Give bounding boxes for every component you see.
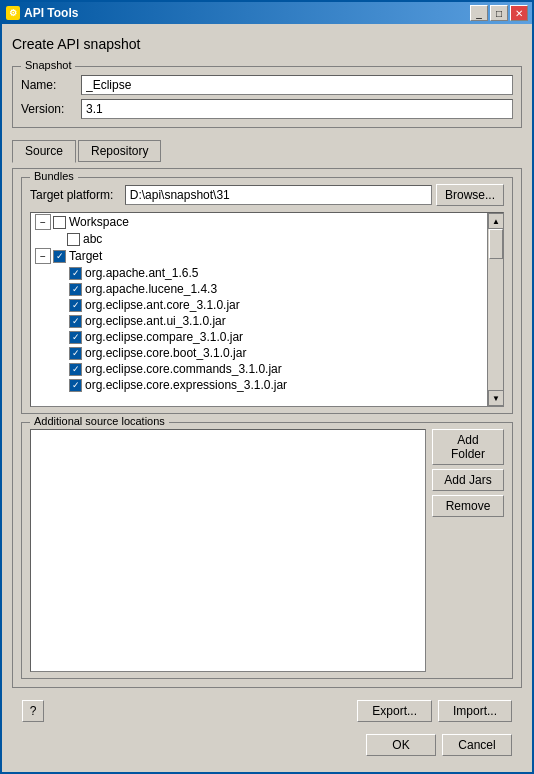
tree-checkbox-compare[interactable]: ✓ (69, 331, 82, 344)
tree-item-coreboot[interactable]: ✓ org.eclipse.core.boot_3.1.0.jar (67, 345, 487, 361)
scroll-track (488, 229, 503, 390)
tree-checkbox-corecommands[interactable]: ✓ (69, 363, 82, 376)
main-content: Create API snapshot Snapshot Name: Versi… (2, 24, 532, 772)
tree-label-ant165: org.apache.ant_1.6.5 (85, 266, 198, 280)
tree-expand-workspace[interactable]: − (35, 214, 51, 230)
bundles-label: Bundles (30, 170, 78, 182)
main-window: ⚙ API Tools _ □ ✕ Create API snapshot Sn… (0, 0, 534, 774)
version-label: Version: (21, 102, 81, 116)
tree-expand-target[interactable]: − (35, 248, 51, 264)
title-bar: ⚙ API Tools _ □ ✕ (2, 2, 532, 24)
cancel-button[interactable]: Cancel (442, 734, 512, 756)
scroll-down-arrow[interactable]: ▼ (488, 390, 504, 406)
scroll-thumb[interactable] (489, 229, 503, 259)
name-row: Name: (21, 75, 513, 95)
tree-label-lucene: org.apache.lucene_1.4.3 (85, 282, 217, 296)
export-import-buttons: Export... Import... (357, 700, 512, 722)
title-bar-text: ⚙ API Tools (6, 6, 78, 20)
tree-checkbox-coreexpressions[interactable]: ✓ (69, 379, 82, 392)
page-title: Create API snapshot (12, 32, 522, 60)
tree-label-antcore: org.eclipse.ant.core_3.1.0.jar (85, 298, 240, 312)
scroll-up-arrow[interactable]: ▲ (488, 213, 504, 229)
export-button[interactable]: Export... (357, 700, 432, 722)
tree-item-antcore[interactable]: ✓ org.eclipse.ant.core_3.1.0.jar (67, 297, 487, 313)
browse-button[interactable]: Browse... (436, 184, 504, 206)
tree-checkbox-ant165[interactable]: ✓ (69, 267, 82, 280)
platform-row: Target platform: Browse... (30, 184, 504, 206)
tree-label-antui: org.eclipse.ant.ui_3.1.0.jar (85, 314, 226, 328)
tree-label-compare: org.eclipse.compare_3.1.0.jar (85, 330, 243, 344)
maximize-button[interactable]: □ (490, 5, 508, 21)
tab-repository[interactable]: Repository (78, 140, 161, 162)
tree-checkbox-lucene[interactable]: ✓ (69, 283, 82, 296)
tree-label-corecommands: org.eclipse.core.commands_3.1.0.jar (85, 362, 282, 376)
add-jars-button[interactable]: Add Jars (432, 469, 504, 491)
help-button[interactable]: ? (22, 700, 44, 722)
platform-label: Target platform: (30, 188, 113, 202)
tree-item-workspace[interactable]: − Workspace (35, 213, 487, 231)
tree-container[interactable]: − Workspace abc − ✓ (30, 212, 504, 407)
tree-item-antui[interactable]: ✓ org.eclipse.ant.ui_3.1.0.jar (67, 313, 487, 329)
tree-checkbox-abc[interactable] (67, 233, 80, 246)
tab-panel-source: Bundles Target platform: Browse... − Wo (12, 168, 522, 688)
tree-label-coreboot: org.eclipse.core.boot_3.1.0.jar (85, 346, 246, 360)
tab-source[interactable]: Source (12, 140, 76, 163)
add-folder-button[interactable]: Add Folder (432, 429, 504, 465)
import-button[interactable]: Import... (438, 700, 512, 722)
version-input[interactable] (81, 99, 513, 119)
additional-group: Additional source locations Add Folder A… (21, 422, 513, 679)
minimize-button[interactable]: _ (470, 5, 488, 21)
snapshot-group-label: Snapshot (21, 59, 75, 71)
title-bar-controls: _ □ ✕ (470, 5, 528, 21)
tree-checkbox-antcore[interactable]: ✓ (69, 299, 82, 312)
tree-label-coreexpressions: org.eclipse.core.expressions_3.1.0.jar (85, 378, 287, 392)
tree-item-lucene[interactable]: ✓ org.apache.lucene_1.4.3 (67, 281, 487, 297)
tree-label-abc: abc (83, 232, 102, 246)
bottom-left: ? (22, 700, 44, 722)
ok-button[interactable]: OK (366, 734, 436, 756)
tree-checkbox-coreboot[interactable]: ✓ (69, 347, 82, 360)
additional-buttons: Add Folder Add Jars Remove (432, 429, 504, 672)
snapshot-group: Snapshot Name: Version: (12, 66, 522, 128)
tree-item-ant165[interactable]: ✓ org.apache.ant_1.6.5 (67, 265, 487, 281)
tree-item-corecommands[interactable]: ✓ org.eclipse.core.commands_3.1.0.jar (67, 361, 487, 377)
remove-button[interactable]: Remove (432, 495, 504, 517)
tree-scrollbar[interactable]: ▲ ▼ (487, 213, 503, 406)
additional-label: Additional source locations (30, 415, 169, 427)
name-label: Name: (21, 78, 81, 92)
close-button[interactable]: ✕ (510, 5, 528, 21)
tree-checkbox-target[interactable]: ✓ (53, 250, 66, 263)
tree-checkbox-antui[interactable]: ✓ (69, 315, 82, 328)
name-input[interactable] (81, 75, 513, 95)
tree-item-abc[interactable]: abc (51, 231, 487, 247)
additional-list[interactable] (30, 429, 426, 672)
tree-label-target: Target (69, 249, 102, 263)
tree-item-target[interactable]: − ✓ Target (35, 247, 487, 265)
bottom-bar: ? Export... Import... (12, 694, 522, 728)
ok-cancel-row: OK Cancel (12, 734, 522, 764)
bundles-group: Bundles Target platform: Browse... − Wo (21, 177, 513, 414)
tree-item-compare[interactable]: ✓ org.eclipse.compare_3.1.0.jar (67, 329, 487, 345)
tree-item-coreexpressions[interactable]: ✓ org.eclipse.core.expressions_3.1.0.jar (67, 377, 487, 393)
tree-checkbox-workspace[interactable] (53, 216, 66, 229)
version-row: Version: (21, 99, 513, 119)
platform-input[interactable] (125, 185, 432, 205)
tree-label-workspace: Workspace (69, 215, 129, 229)
window-icon: ⚙ (6, 6, 20, 20)
tab-container: Source Repository (12, 140, 522, 162)
